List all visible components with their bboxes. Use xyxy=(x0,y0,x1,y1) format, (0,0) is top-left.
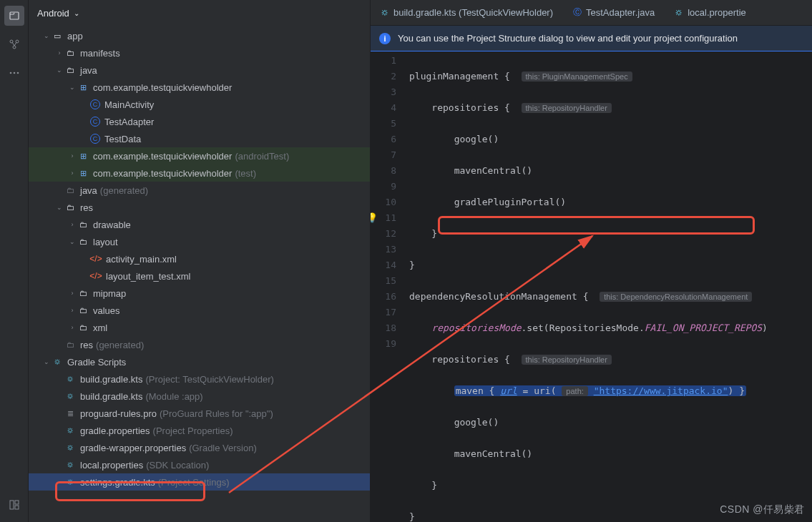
tree-item[interactable]: </>activity_main.xml xyxy=(29,250,370,267)
tree-item[interactable]: ⛭gradle.properties(Project Properties) xyxy=(29,422,370,439)
svg-rect-7 xyxy=(10,501,14,509)
tree-item[interactable]: ›🗀mipmap xyxy=(29,285,370,302)
info-icon: i xyxy=(379,33,391,44)
tree-item[interactable]: ›🗀values xyxy=(29,302,370,319)
tree-item[interactable]: 🗀java(generated) xyxy=(29,182,370,199)
layout-tool-icon[interactable] xyxy=(4,495,24,515)
tool-window-rail xyxy=(0,0,29,522)
gradle-icon: ⛭ xyxy=(675,8,683,18)
view-name: Android xyxy=(37,8,69,19)
more-tool-icon[interactable] xyxy=(4,63,24,83)
class-icon: Ⓒ xyxy=(573,6,582,19)
tree-item[interactable]: ⌄🗀res xyxy=(29,199,370,216)
info-text: You can use the Project Structure dialog… xyxy=(398,33,738,44)
tree-item[interactable]: ›🗀drawable xyxy=(29,216,370,233)
tree-item[interactable]: ⛭local.properties(SDK Location) xyxy=(29,456,370,473)
tree-item[interactable]: ⌄⊞com.example.testquickviewholder xyxy=(29,79,370,96)
project-view-selector[interactable]: Android ⌄ xyxy=(29,0,370,26)
svg-rect-8 xyxy=(15,501,19,504)
tree-item[interactable]: ›🗀xml xyxy=(29,319,370,336)
tree-item[interactable]: ⛭build.gradle.kts(Module :app) xyxy=(29,388,370,405)
tab-build-gradle[interactable]: ⛭ build.gradle.kts (TestQuickViewHolder) xyxy=(371,0,563,25)
project-panel: Android ⌄ ⌄▭app›🗀manifests⌄🗀java⌄⊞com.ex… xyxy=(29,0,371,522)
project-tree[interactable]: ⌄▭app›🗀manifests⌄🗀java⌄⊞com.example.test… xyxy=(29,26,370,522)
tree-item[interactable]: ⌄🗀layout xyxy=(29,233,370,250)
tree-item[interactable]: ⛭build.gradle.kts(Project: TestQuickView… xyxy=(29,370,370,388)
code[interactable]: pluginManagement { this: PluginManagemen… xyxy=(403,51,812,522)
gradle-icon: ⛭ xyxy=(381,8,389,18)
tab-testadapter[interactable]: Ⓒ TestAdapter.java xyxy=(563,0,665,25)
editor: ⛭ build.gradle.kts (TestQuickViewHolder)… xyxy=(371,0,812,522)
info-bar[interactable]: i You can use the Project Structure dial… xyxy=(371,26,812,51)
tree-item[interactable]: ›🗀manifests xyxy=(29,44,370,61)
structure-tool-icon[interactable] xyxy=(4,34,24,54)
tree-item[interactable]: 🗀res(generated) xyxy=(29,336,370,353)
chevron-down-icon: ⌄ xyxy=(74,9,79,17)
svg-point-6 xyxy=(16,72,19,74)
tree-item[interactable]: ≣proguard-rules.pro(ProGuard Rules for "… xyxy=(29,405,370,422)
tree-item[interactable]: CTestData xyxy=(29,130,370,147)
svg-point-4 xyxy=(9,72,11,74)
watermark: CSDN @仟易柴君 xyxy=(720,503,805,516)
tab-local-properties[interactable]: ⛭ local.propertie xyxy=(665,0,756,25)
svg-rect-9 xyxy=(15,506,19,509)
svg-point-5 xyxy=(13,72,15,74)
tree-item[interactable]: ›⊞com.example.testquickviewholder(test) xyxy=(29,164,370,182)
tree-item[interactable]: CTestAdapter xyxy=(29,113,370,130)
svg-point-3 xyxy=(13,46,16,49)
editor-tabs: ⛭ build.gradle.kts (TestQuickViewHolder)… xyxy=(371,0,812,26)
project-tool-icon[interactable] xyxy=(4,6,24,26)
tree-item[interactable]: ⛭settings.gradle.kts(Project Settings) xyxy=(29,473,370,491)
code-area: 1234567891011💡1213141516171819 pluginMan… xyxy=(371,51,812,522)
tree-item[interactable]: </>layout_item_test.xml xyxy=(29,267,370,285)
tree-item[interactable]: ⌄🗀java xyxy=(29,61,370,79)
tree-item[interactable]: ⌄⛭Gradle Scripts xyxy=(29,353,370,370)
tree-item[interactable]: ›⊞com.example.testquickviewholder(androi… xyxy=(29,147,370,164)
gutter: 1234567891011💡1213141516171819 xyxy=(371,51,403,522)
tree-item[interactable]: ⌄▭app xyxy=(29,27,370,44)
tree-item[interactable]: ⛭gradle-wrapper.properties(Gradle Versio… xyxy=(29,439,370,456)
tree-item[interactable]: CMainActivity xyxy=(29,96,370,113)
